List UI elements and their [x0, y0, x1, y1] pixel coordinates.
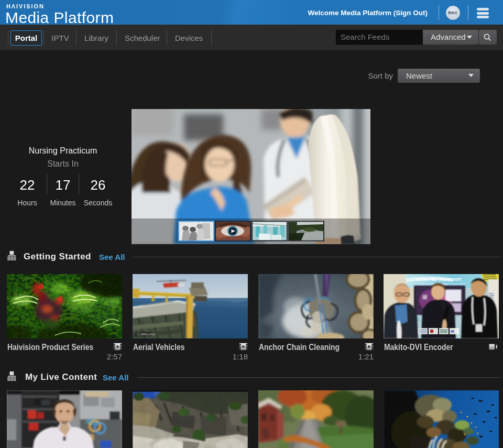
svg-text:ⓘ DRILLING: ⓘ DRILLING	[137, 333, 156, 336]
svg-text:ernet HD Transport: ernet HD Transport	[416, 276, 462, 282]
